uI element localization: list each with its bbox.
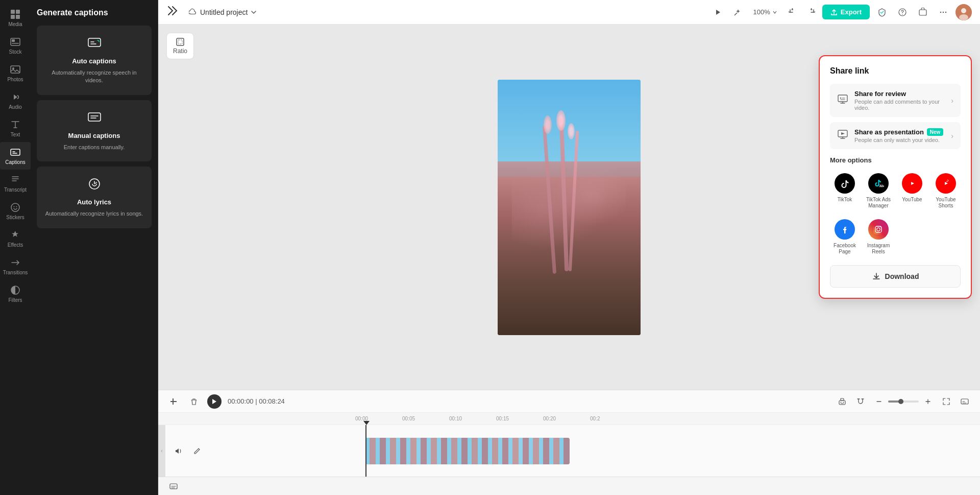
manual-captions-icon (87, 110, 102, 128)
zoom-out-button[interactable] (872, 394, 886, 409)
auto-captions-card[interactable]: Auto captions Automatically recognize sp… (37, 26, 152, 95)
ruler-mark-0: 00:00 (354, 416, 401, 421)
auto-lyrics-desc: Automatically recognize lyrics in songs. (45, 210, 143, 218)
text-icon (10, 119, 21, 130)
auto-lyrics-title: Auto lyrics (77, 198, 111, 206)
delete-button[interactable] (187, 394, 201, 409)
captions-toggle[interactable] (958, 394, 972, 409)
share-as-presentation-content: Share as presentation New People can onl… (854, 128, 945, 143)
svg-point-19 (902, 14, 902, 14)
youtube-platform[interactable]: YouTube (897, 170, 927, 212)
audio-icon (10, 91, 21, 103)
edit-button[interactable] (190, 444, 204, 458)
svg-rect-48 (841, 398, 844, 400)
svg-rect-47 (839, 400, 845, 405)
sidebar-label-audio: Audio (9, 104, 22, 110)
volume-button[interactable] (172, 444, 186, 458)
svg-point-10 (11, 203, 19, 211)
new-badge: New (927, 128, 944, 136)
youtube-shorts-label: YouTube Shorts (933, 197, 959, 209)
svg-point-23 (945, 11, 946, 12)
svg-marker-17 (716, 10, 720, 15)
instagram-platform[interactable]: Instagram Reels (864, 216, 893, 258)
sidebar-item-filters[interactable]: Filters (0, 280, 31, 308)
sidebar-item-media[interactable]: Media (0, 4, 31, 32)
share-button[interactable] (915, 4, 931, 20)
play-button[interactable] (710, 5, 726, 20)
tiktok-platform[interactable]: TikTok (830, 170, 860, 212)
stock-videos-icon (10, 36, 21, 48)
effects-icon (10, 229, 21, 241)
svg-rect-28 (178, 40, 182, 44)
tiktok-ads-label: TikTok Ads Manager (866, 197, 891, 209)
video-preview (498, 80, 641, 335)
download-button[interactable]: Download (830, 265, 961, 288)
youtube-shorts-platform[interactable]: YouTube Shorts (931, 170, 961, 212)
sidebar-label-transitions: Transitions (3, 270, 28, 275)
video-track[interactable] (365, 438, 570, 464)
robot-button[interactable] (835, 394, 849, 409)
shield-button[interactable] (874, 4, 890, 20)
avatar[interactable] (955, 4, 972, 20)
sidebar-label-photos: Photos (7, 77, 23, 82)
svg-rect-14 (88, 38, 101, 46)
zoom-control[interactable]: 100% (749, 6, 781, 18)
playhead[interactable] (365, 425, 366, 477)
auto-captions-icon (87, 36, 102, 53)
subtitles-button[interactable] (166, 479, 181, 493)
project-name[interactable]: Untitled project (189, 8, 257, 16)
video-frame (498, 80, 641, 335)
timeline-zoom (872, 394, 935, 409)
cloud-icon (189, 8, 197, 16)
sidebar-item-captions[interactable]: Captions (0, 142, 31, 170)
sidebar-item-stock-videos[interactable]: Stock (0, 32, 31, 59)
zoom-slider[interactable] (888, 400, 919, 403)
youtube-icon (902, 173, 922, 194)
tiktok-ads-icon: Ads (868, 173, 889, 194)
sidebar-item-transcript[interactable]: Transcript (0, 170, 31, 197)
auto-lyrics-card[interactable]: Auto lyrics Automatically recognize lyri… (37, 167, 152, 228)
wand-button[interactable] (730, 5, 745, 20)
share-as-presentation-option[interactable]: Share as presentation New People can onl… (830, 122, 961, 149)
collapse-handle[interactable]: ‹ (158, 425, 165, 477)
help-button[interactable] (894, 4, 911, 20)
zoom-in-button[interactable] (921, 394, 935, 409)
sidebar-item-effects[interactable]: Effects (0, 225, 31, 252)
ruler-mark-4: 00:20 (542, 416, 589, 421)
undo-button[interactable] (786, 5, 800, 19)
timeline-play-button[interactable] (207, 394, 222, 409)
top-header: Untitled project (158, 0, 980, 25)
share-for-review-option[interactable]: Share for review People can add comments… (830, 84, 961, 117)
svg-point-30 (840, 98, 841, 99)
sidebar-item-transitions[interactable]: Transitions (0, 252, 31, 280)
header-controls: 100% (710, 4, 972, 20)
ruler-mark-5: 00:2 (589, 416, 636, 421)
facebook-platform[interactable]: Facebook Page (830, 216, 860, 258)
svg-text:Ads: Ads (879, 184, 884, 187)
sidebar-item-text[interactable]: Text (0, 114, 31, 142)
svg-marker-46 (212, 399, 216, 404)
sidebar-label-captions: Captions (5, 159, 25, 165)
redo-button[interactable] (804, 5, 818, 19)
sidebar-label-transcript: Transcript (4, 187, 27, 193)
svg-rect-27 (177, 38, 184, 45)
sidebar-item-audio[interactable]: Audio (0, 87, 31, 114)
tiktok-ads-platform[interactable]: Ads TikTok Ads Manager (864, 170, 893, 212)
svg-rect-15 (88, 113, 101, 121)
total-time: 00:08:24 (259, 397, 285, 405)
zoom-thumb[interactable] (898, 399, 903, 404)
captions-icon (10, 147, 21, 158)
sidebar-item-stickers[interactable]: Stickers (0, 197, 31, 225)
manual-captions-desc: Enter captions manually. (64, 144, 125, 151)
more-button[interactable] (935, 4, 951, 20)
share-as-presentation-title: Share as presentation New (854, 128, 945, 136)
manual-captions-card[interactable]: Manual captions Enter captions manually. (37, 100, 152, 161)
project-name-text: Untitled project (200, 8, 248, 16)
svg-point-25 (961, 8, 966, 13)
magnet-button[interactable] (853, 394, 868, 409)
fit-button[interactable] (939, 394, 953, 409)
trim-button[interactable] (166, 394, 181, 409)
export-button[interactable]: Export (822, 5, 870, 19)
sidebar-item-photos[interactable]: Photos (0, 59, 31, 87)
ratio-button[interactable]: Ratio (166, 33, 194, 59)
